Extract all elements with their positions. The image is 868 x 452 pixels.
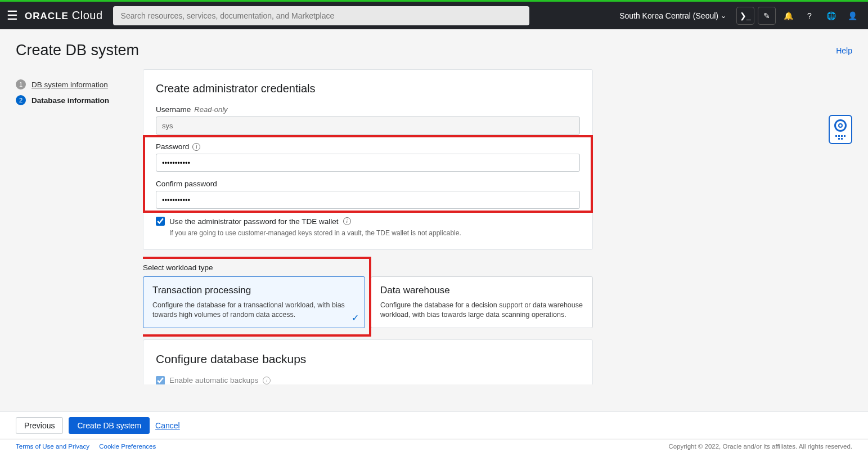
workload-title: Transaction processing bbox=[152, 285, 356, 296]
tde-checkbox-row: Use the administrator password for the T… bbox=[156, 217, 580, 226]
tde-checkbox[interactable] bbox=[156, 217, 165, 226]
confirm-password-label: Confirm password bbox=[156, 180, 580, 188]
oracle-cloud-logo[interactable]: ORACLE Cloud bbox=[25, 9, 103, 22]
step-database-info[interactable]: 2 Database information bbox=[16, 95, 140, 105]
global-search bbox=[113, 6, 529, 25]
edit-icon[interactable]: ✎ bbox=[758, 7, 776, 25]
main-content: 1 DB system information 2 Database infor… bbox=[0, 69, 868, 384]
step-label: DB system information bbox=[32, 80, 108, 89]
cancel-link[interactable]: Cancel bbox=[155, 421, 180, 430]
confirm-password-field: Confirm password bbox=[156, 180, 580, 209]
password-input[interactable] bbox=[156, 154, 580, 172]
help-link[interactable]: Help bbox=[836, 46, 852, 55]
cookie-prefs-link[interactable]: Cookie Preferences bbox=[99, 443, 156, 450]
password-label: Password i bbox=[156, 142, 580, 151]
workload-title: Data warehouse bbox=[380, 285, 583, 296]
enable-backups-row: Enable automatic backups i bbox=[156, 376, 580, 384]
grid-icon bbox=[835, 135, 845, 140]
copyright: Copyright © 2022, Oracle and/or its affi… bbox=[668, 443, 852, 450]
page-title: Create DB system bbox=[16, 42, 139, 59]
step-label: Database information bbox=[32, 96, 109, 105]
support-chip[interactable] bbox=[829, 115, 852, 144]
cloud-shell-icon[interactable]: ❯_ bbox=[736, 7, 754, 25]
wizard-steps: 1 DB system information 2 Database infor… bbox=[16, 69, 140, 384]
username-field: Username Read-only bbox=[156, 105, 580, 135]
region-label: South Korea Central (Seoul) bbox=[619, 11, 718, 20]
logo-product: Cloud bbox=[72, 9, 103, 22]
workload-desc: Configure the database for a decision su… bbox=[380, 301, 583, 320]
info-icon[interactable]: i bbox=[263, 377, 271, 384]
username-input bbox=[156, 117, 580, 135]
step-db-system-info[interactable]: 1 DB system information bbox=[16, 79, 140, 89]
page-header: Create DB system Help bbox=[0, 29, 868, 69]
workload-transaction-processing[interactable]: Transaction processing Configure the dat… bbox=[143, 276, 365, 328]
wizard-footer: Previous Create DB system Cancel bbox=[0, 411, 868, 438]
tde-checkbox-label: Use the administrator password for the T… bbox=[169, 217, 339, 226]
info-icon[interactable]: i bbox=[192, 143, 200, 151]
chevron-down-icon: ⌄ bbox=[721, 12, 726, 20]
password-field: Password i bbox=[156, 142, 580, 172]
legal-footer: Terms of Use and Privacy Cookie Preferen… bbox=[0, 439, 868, 452]
help-icon[interactable]: ? bbox=[800, 7, 818, 25]
workload-data-warehouse[interactable]: Data warehouse Configure the database fo… bbox=[371, 276, 593, 328]
menu-icon[interactable]: ☰ bbox=[7, 8, 18, 23]
backups-panel: Configure database backups Enable automa… bbox=[143, 339, 593, 384]
info-icon[interactable]: i bbox=[343, 217, 351, 225]
form-content: Create administrator credentials Usernam… bbox=[143, 69, 593, 384]
terms-link[interactable]: Terms of Use and Privacy bbox=[16, 443, 89, 450]
global-header: ☰ ORACLE Cloud South Korea Central (Seou… bbox=[0, 0, 868, 29]
admin-credentials-panel: Create administrator credentials Usernam… bbox=[143, 69, 593, 250]
credentials-heading: Create administrator credentials bbox=[156, 82, 580, 95]
workload-options: Transaction processing Configure the dat… bbox=[143, 276, 593, 328]
tde-hint: If you are going to use customer-managed… bbox=[169, 229, 580, 237]
profile-icon[interactable]: 👤 bbox=[843, 7, 861, 25]
workload-desc: Configure the database for a transaction… bbox=[152, 301, 356, 320]
step-number: 2 bbox=[16, 95, 26, 105]
readonly-tag: Read-only bbox=[194, 105, 227, 114]
confirm-password-input[interactable] bbox=[156, 191, 580, 209]
create-db-system-button[interactable]: Create DB system bbox=[69, 417, 150, 434]
notifications-icon[interactable]: 🔔 bbox=[779, 7, 797, 25]
workload-section-label: Select workload type bbox=[143, 261, 593, 272]
step-number: 1 bbox=[16, 79, 26, 89]
enable-backups-label: Enable automatic backups bbox=[169, 376, 258, 384]
username-label: Username Read-only bbox=[156, 105, 580, 114]
logo-brand: ORACLE bbox=[25, 11, 69, 22]
search-input[interactable] bbox=[113, 6, 529, 25]
lifebuoy-icon bbox=[834, 119, 847, 132]
check-icon: ✓ bbox=[352, 312, 359, 323]
enable-backups-checkbox[interactable] bbox=[156, 376, 165, 384]
globe-icon[interactable]: 🌐 bbox=[822, 7, 840, 25]
region-selector[interactable]: South Korea Central (Seoul) ⌄ bbox=[619, 11, 726, 20]
previous-button[interactable]: Previous bbox=[16, 417, 63, 434]
backups-heading: Configure database backups bbox=[156, 352, 580, 366]
